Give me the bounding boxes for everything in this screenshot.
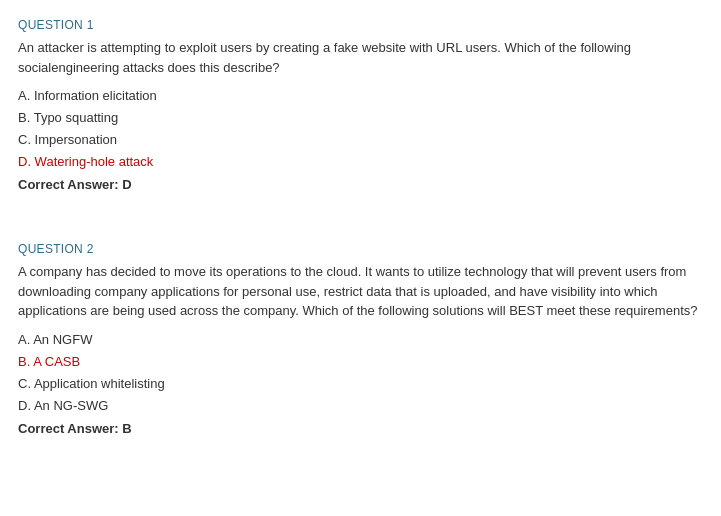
question-2-option-d: D. An NG-SWG <box>18 395 703 417</box>
question-2-option-b: B. A CASB <box>18 351 703 373</box>
question-1-option-b: B. Typo squatting <box>18 107 703 129</box>
question-2-text-line-1: A company has decided to move its operat… <box>18 264 686 279</box>
question-1: QUESTION 1 An attacker is attempting to … <box>18 18 703 192</box>
question-2-option-a: A. An NGFW <box>18 329 703 351</box>
question-2: QUESTION 2 A company has decided to move… <box>18 242 703 436</box>
question-1-option-d: D. Watering-hole attack <box>18 151 703 173</box>
question-2-correct-answer: Correct Answer: B <box>18 421 703 436</box>
question-1-option-a: A. Information elicitation <box>18 85 703 107</box>
question-1-text: An attacker is attempting to exploit use… <box>18 38 703 77</box>
question-1-correct-answer: Correct Answer: D <box>18 177 703 192</box>
question-2-text: A company has decided to move its operat… <box>18 262 703 321</box>
question-2-text-line-3: applications are being used across the c… <box>18 303 698 318</box>
question-1-label: QUESTION 1 <box>18 18 703 32</box>
question-2-label: QUESTION 2 <box>18 242 703 256</box>
question-1-option-c: C. Impersonation <box>18 129 703 151</box>
question-2-option-c: C. Application whitelisting <box>18 373 703 395</box>
question-2-text-line-2: downloading company applications for per… <box>18 284 658 299</box>
questions-container: QUESTION 1 An attacker is attempting to … <box>18 18 703 436</box>
